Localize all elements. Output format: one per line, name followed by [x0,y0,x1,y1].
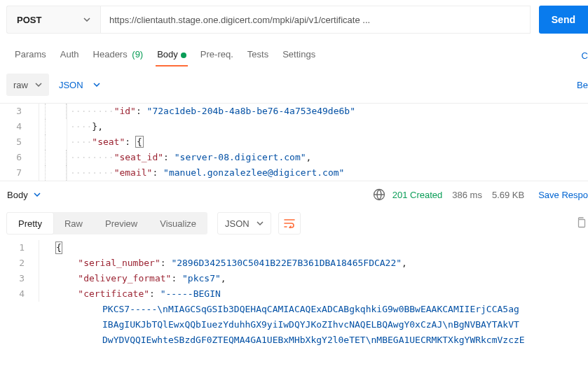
chevron-down-icon [257,221,264,225]
tab-tests[interactable]: Tests [240,45,275,66]
chevron-down-icon [35,83,42,87]
svg-rect-1 [579,219,585,227]
tab-settings[interactable]: Settings [275,45,322,66]
network-icon[interactable] [373,188,385,201]
tab-params[interactable]: Params [8,45,53,66]
save-response-button[interactable]: Save Respo [538,190,588,200]
tab-headers[interactable]: Headers (9) [86,45,151,66]
chevron-down-icon [34,192,41,197]
send-button[interactable]: Send [539,6,588,34]
response-body-viewer[interactable]: 1 { 2 "serial_number": "2896D3425130C504… [0,240,588,348]
tab-auth[interactable]: Auth [53,45,86,66]
response-status: 201 Created [392,190,443,200]
body-mode-select[interactable]: raw [6,74,49,96]
response-size: 5.69 KB [492,190,524,200]
response-section-select[interactable]: Body [7,190,41,200]
body-language-select[interactable]: JSON [59,80,100,90]
unsaved-dot-icon [181,52,186,58]
tab-prereq[interactable]: Pre-req. [193,45,240,66]
view-visualize[interactable]: Visualize [149,212,207,234]
tab-body[interactable]: Body [150,45,193,66]
beautify-link[interactable]: Be [577,80,588,90]
response-view-tabs: Pretty Raw Preview Visualize [7,212,207,234]
response-language-select[interactable]: JSON [217,212,271,234]
view-preview[interactable]: Preview [94,212,149,234]
chevron-down-icon [93,83,100,87]
http-method-value: POST [17,15,41,25]
chevron-down-icon [83,18,90,22]
http-method-select[interactable]: POST [6,6,100,34]
view-raw[interactable]: Raw [53,212,94,234]
view-pretty[interactable]: Pretty [6,212,54,234]
copy-icon[interactable] [575,216,587,231]
wrap-lines-button[interactable] [278,212,301,234]
url-input[interactable]: https://clientauth.stage.one.digicert.co… [100,6,531,34]
request-body-editor[interactable]: 3 ········"id": "72ac1deb-204b-4a8b-be76… [0,104,588,181]
cookies-link[interactable]: C [582,50,588,61]
request-tabs: Params Auth Headers (9) Body Pre-req. Te… [0,34,588,66]
response-time: 386 ms [452,190,482,200]
